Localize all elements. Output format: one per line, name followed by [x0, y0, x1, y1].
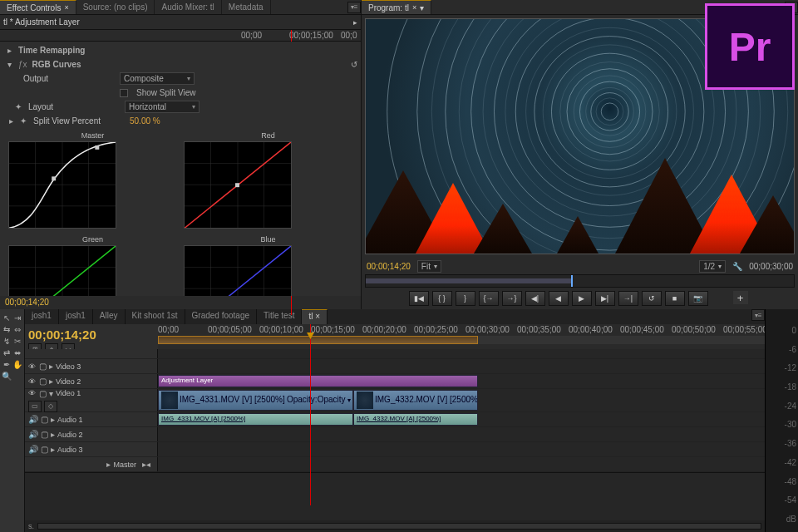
eye-icon[interactable]: 👁: [28, 389, 37, 397]
slide-tool[interactable]: ⬌: [13, 347, 23, 357]
timeline-playhead[interactable]: [310, 324, 311, 505]
tab-source[interactable]: Source: (no clips): [76, 0, 155, 14]
seq-tab[interactable]: Title test: [257, 309, 302, 324]
mark-in-button[interactable]: ▮◀: [409, 291, 429, 306]
zoom-dropdown[interactable]: 1/2: [699, 260, 726, 273]
seq-tab[interactable]: Graded footage: [185, 309, 258, 324]
mute-icon[interactable]: 🔊: [28, 430, 38, 439]
fit-dropdown[interactable]: Fit: [417, 260, 441, 273]
mark-clip-button[interactable]: { }: [432, 291, 452, 306]
clip-adjustment[interactable]: Adjustment Layer: [158, 375, 478, 387]
lock-icon[interactable]: ▢: [39, 389, 47, 398]
timeline-timecode[interactable]: 00;00;14;20: [28, 328, 155, 342]
zoom-tool[interactable]: 🔍: [2, 371, 12, 381]
clip-audio-2[interactable]: IMG_4332.MOV [A] [2500%]: [353, 413, 478, 426]
effect-controls-panel: Effect Controls× Source: (no clips) Audi…: [0, 0, 362, 309]
slip-tool[interactable]: ⇄: [2, 347, 12, 357]
seq-tab-active[interactable]: tl ×: [302, 309, 328, 324]
tab-audio-mixer[interactable]: Audio Mixer: tl: [155, 0, 221, 14]
output-dropdown[interactable]: Composite: [120, 72, 195, 85]
lock-icon[interactable]: ▢: [41, 445, 48, 454]
eye-icon[interactable]: 👁: [28, 377, 37, 386]
mute-icon[interactable]: 🔊: [28, 415, 38, 424]
track-master[interactable]: [158, 457, 765, 471]
play-button[interactable]: ▶: [572, 291, 592, 306]
step-fwd-button[interactable]: ▶|: [595, 291, 615, 306]
rolling-tool[interactable]: ⇔: [13, 324, 23, 334]
pen-tool[interactable]: ✒: [2, 359, 11, 369]
panel-menu-icon[interactable]: ▾≡: [751, 309, 765, 321]
svg-rect-6: [52, 176, 56, 180]
lock-icon[interactable]: ▢: [39, 362, 47, 371]
panel-menu-icon[interactable]: ▾≡: [347, 2, 361, 13]
play-back-button[interactable]: ◀: [549, 291, 569, 306]
ripple-tool[interactable]: ⇆: [2, 324, 12, 334]
svg-point-34: [551, 53, 667, 170]
add-button[interactable]: +: [733, 291, 748, 304]
effect-timecode[interactable]: 00;00;14;20: [0, 296, 361, 309]
svg-point-46: [543, 45, 677, 179]
clip-video-1[interactable]: IMG_4331.MOV [V] [2500%] Opacity:Opacity…: [158, 390, 353, 411]
rgb-curves-group[interactable]: RGB Curves: [32, 60, 81, 69]
clip-title: tl * Adjustment Layer: [3, 17, 353, 27]
goto-out-button[interactable]: →}: [502, 291, 522, 306]
razor-tool[interactable]: ✂: [13, 336, 23, 346]
wrench-icon[interactable]: 🔧: [732, 262, 742, 271]
curve-master-label: Master: [8, 131, 177, 140]
tab-program[interactable]: Program: tl×▾: [362, 0, 431, 14]
lock-icon[interactable]: ▢: [41, 415, 48, 424]
mark-out-button[interactable]: }: [456, 291, 475, 306]
track-v2[interactable]: Adjustment Layer: [158, 374, 765, 388]
lock-icon[interactable]: ▢: [41, 430, 48, 439]
reset-icon[interactable]: ↺: [351, 60, 357, 69]
safe-margins-button[interactable]: ■: [665, 291, 685, 306]
premiere-logo: Pr: [705, 3, 795, 90]
tool-palette: ↖⇥ ⇆⇔ ↯✂ ⇄⬌ ✒✋ 🔍: [0, 309, 25, 532]
seq-tab[interactable]: Alley: [93, 309, 126, 324]
timeline-ruler[interactable]: 00;00 00;00;05;00 00;00;10;00 00;00;15;0…: [158, 324, 765, 336]
seq-tab[interactable]: Kit shoot 1st: [126, 309, 185, 324]
svg-point-44: [574, 76, 646, 148]
show-split-checkbox[interactable]: [120, 89, 128, 97]
split-pct-value[interactable]: 50.00 %: [130, 116, 160, 126]
layout-dropdown[interactable]: Horizontal: [125, 101, 200, 113]
mute-icon[interactable]: 🔊: [28, 445, 38, 454]
eye-icon[interactable]: 👁: [28, 362, 37, 371]
split-pct-label: Split View Percent: [33, 116, 125, 126]
curve-green[interactable]: [8, 245, 116, 296]
export-frame-button[interactable]: 📷: [688, 291, 708, 306]
seq-tab[interactable]: josh1: [25, 309, 59, 324]
zoom-scrollbar[interactable]: [37, 523, 761, 530]
track-a3[interactable]: [158, 442, 765, 456]
selection-tool[interactable]: ↖: [2, 313, 12, 323]
program-scrubber[interactable]: [365, 274, 795, 288]
clip-video-2[interactable]: IMG_4332.MOV [V] [2500%]: [353, 390, 478, 411]
curve-master[interactable]: [8, 141, 116, 229]
track-select-tool[interactable]: ⇥: [13, 313, 23, 323]
effect-ruler[interactable]: 00;00 00;00;15;00 00;0: [0, 30, 361, 42]
program-timecode[interactable]: 00;00;14;20: [367, 262, 411, 271]
sequence-tabs: josh1 josh1 Alley Kit shoot 1st Graded f…: [25, 309, 765, 324]
track-v3[interactable]: [158, 359, 765, 373]
track-a1[interactable]: IMG_4331.MOV [A] [2500%] IMG_4332.MOV [A…: [158, 412, 765, 426]
tab-metadata[interactable]: Metadata: [222, 0, 271, 14]
lock-icon[interactable]: ▢: [39, 377, 47, 386]
work-area-bar[interactable]: [158, 336, 765, 344]
track-a2[interactable]: [158, 427, 765, 441]
track-v1[interactable]: IMG_4331.MOV [V] [2500%] Opacity:Opacity…: [158, 389, 765, 411]
loop-button[interactable]: ↺: [642, 291, 662, 306]
seq-tab[interactable]: josh1: [59, 309, 93, 324]
curve-blue[interactable]: [184, 245, 292, 296]
goto-in-button[interactable]: {→: [479, 291, 499, 306]
output-label: Output: [23, 74, 115, 83]
time-remapping-group[interactable]: Time Remapping: [18, 46, 85, 55]
clip-audio-1[interactable]: IMG_4331.MOV [A] [2500%]: [158, 413, 353, 426]
effect-tabs: Effect Controls× Source: (no clips) Audi…: [0, 0, 361, 15]
rate-tool[interactable]: ↯: [2, 336, 12, 346]
curve-red[interactable]: [184, 141, 292, 229]
goto-next-button[interactable]: →|: [618, 291, 638, 306]
hand-tool[interactable]: ✋: [12, 359, 22, 369]
tab-effect-controls[interactable]: Effect Controls×: [0, 0, 76, 14]
step-back-button[interactable]: ◀|: [525, 291, 545, 306]
svg-point-30: [601, 103, 618, 121]
